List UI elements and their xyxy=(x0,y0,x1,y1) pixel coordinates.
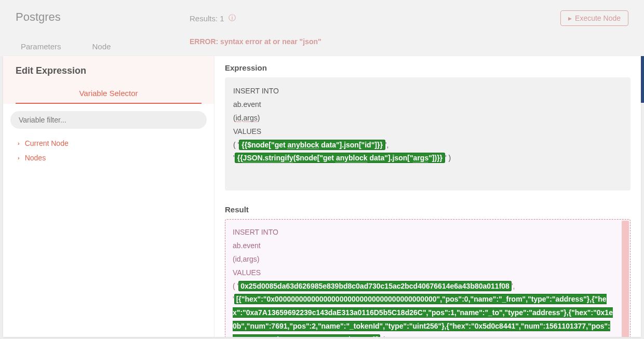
result-label: Result xyxy=(225,205,630,214)
expr-line: INSERT INTO xyxy=(233,85,622,98)
tree-item-nodes[interactable]: › Nodes xyxy=(14,151,204,165)
result-pill-hash: 0x25d0085da63d626985e839bd8c0ad730c15ac2… xyxy=(238,281,512,291)
expression-editor[interactable]: INSERT INTO ab.event (id,args) VALUES ( … xyxy=(225,77,630,191)
chevron-right-icon: › xyxy=(18,155,20,161)
edit-expression-modal: Edit Expression Variable Selector › Curr… xyxy=(3,56,641,337)
result-line: '[{"hex":"0x0000000000000000000000000000… xyxy=(233,293,613,337)
result-line: ( '0x25d0085da63d626985e839bd8c0ad730c15… xyxy=(233,280,613,293)
expr-line: (id,args) xyxy=(233,112,622,125)
variable-tree: › Current Node › Nodes xyxy=(3,134,214,167)
expr-pill-id: {{$node["get anyblock data"].json["id"]}… xyxy=(239,140,385,150)
variable-selector-tab[interactable]: Variable Selector xyxy=(16,89,202,104)
right-panel: Expression INSERT INTO ab.event (id,args… xyxy=(214,56,641,337)
expr-line: ab.event xyxy=(233,98,622,112)
result-line: INSERT INTO xyxy=(233,226,613,239)
expr-pill-args: {{JSON.stringify($node["get anyblock dat… xyxy=(235,153,445,163)
chevron-right-icon: › xyxy=(18,140,20,146)
expr-line: VALUES xyxy=(233,125,622,139)
variable-filter-input[interactable] xyxy=(10,111,207,129)
modal-title: Edit Expression xyxy=(16,65,202,76)
result-box: INSERT INTO ab.event (id,args) VALUES ( … xyxy=(225,219,630,337)
result-pill-json: [{"hex":"0x00000000000000000000000000000… xyxy=(233,294,613,337)
result-scrollbar[interactable] xyxy=(622,221,629,337)
expression-label: Expression xyxy=(225,63,630,72)
result-line: VALUES xyxy=(233,266,613,280)
expr-line: '{{JSON.stringify($node["get anyblock da… xyxy=(233,152,622,165)
left-panel: Edit Expression Variable Selector › Curr… xyxy=(3,56,214,337)
expr-line: ( '{{$node["get anyblock data"].json["id… xyxy=(233,139,622,152)
result-line: ab.event xyxy=(233,239,613,253)
result-line: (id,args) xyxy=(233,253,613,266)
tree-item-current-node[interactable]: › Current Node xyxy=(14,136,204,151)
